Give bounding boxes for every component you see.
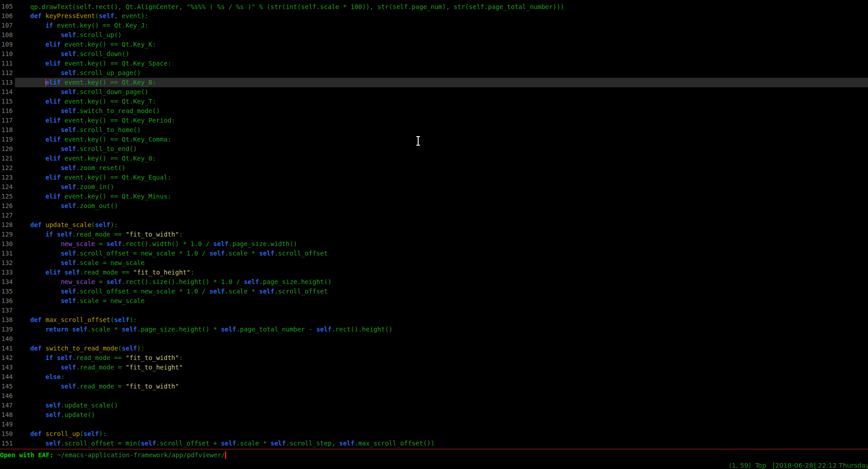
code-line-125[interactable]: 125 elif event.key() == Qt.Key_Minus: <box>0 192 868 201</box>
code-text: elif self.read_mode == "fit_to_height": <box>15 268 868 277</box>
code-token <box>15 259 61 266</box>
code-line-111[interactable]: 111 elif event.key() == Qt.Key_Space: <box>0 59 868 68</box>
code-line-109[interactable]: 109 elif event.key() == Qt.Key_K: <box>0 40 868 49</box>
code-line-131[interactable]: 131 self.scroll_offset = new_scale * 1.0… <box>0 249 868 258</box>
code-token: event.key() == Qt.Key_Space: <box>61 60 171 67</box>
line-number: 126 <box>0 201 15 211</box>
code-token <box>15 164 61 171</box>
code-token: "fit_to_width" <box>125 231 179 238</box>
code-line-137[interactable]: 137 <box>0 306 868 315</box>
code-token: ( <box>110 316 114 323</box>
code-line-149[interactable]: 149 <box>0 420 868 429</box>
code-token: self <box>95 221 110 228</box>
code-line-147[interactable]: 147 self.update_scale() <box>0 401 868 410</box>
line-number: 131 <box>0 249 15 258</box>
code-token <box>15 288 61 295</box>
code-line-141[interactable]: 141 def switch_to_read_mode(self): <box>0 344 868 353</box>
code-text: self.scroll_up() <box>15 30 868 40</box>
code-token: elif <box>45 193 61 200</box>
code-line-143[interactable]: 143 self.read_mode = "fit_to_height" <box>0 363 868 372</box>
code-token: else <box>45 373 61 380</box>
code-token <box>15 174 45 181</box>
code-editor-pane[interactable]: qp.drawText(self.rect(), Qt.AlignCenter,… <box>0 0 868 449</box>
code-text <box>15 420 868 429</box>
code-text: self.switch_to_read_mode() <box>15 106 868 116</box>
line-number: 140 <box>0 334 15 344</box>
code-line-107[interactable]: 107 if event.key() == Qt.Key_J: <box>0 21 868 30</box>
code-token <box>15 60 45 67</box>
code-line-148[interactable]: 148 self.update() <box>0 410 868 420</box>
code-line-115[interactable]: 115 elif event.key() == Qt.Key_T: <box>0 97 868 106</box>
code-line-142[interactable]: 142 if self.read_mode == "fit_to_width": <box>0 353 868 363</box>
code-token: update_scale <box>45 221 91 228</box>
code-line-118[interactable]: 118 self.scroll_to_home() <box>0 125 868 135</box>
code-text: if self.read_mode == "fit_to_width": <box>15 353 868 363</box>
code-line-145[interactable]: 145 self.read_mode = "fit_to_width" <box>0 382 868 391</box>
code-line-110[interactable]: 110 self.scroll_down() <box>0 49 868 59</box>
code-line-135[interactable]: 135 self.scroll_offset = new_scale * 1.0… <box>0 287 868 296</box>
code-line-144[interactable]: 144 else: <box>0 372 868 382</box>
code-line-133[interactable]: 133 elif self.read_mode == "fit_to_heigh… <box>0 268 868 277</box>
code-line-116[interactable]: 116 self.switch_to_read_mode() <box>0 106 868 116</box>
code-line-132[interactable]: 132 self.scale = new_scale <box>0 258 868 268</box>
code-token: event.key() == Qt.Key_Period: <box>61 117 175 124</box>
code-token <box>15 383 61 390</box>
line-number: 121 <box>0 154 15 163</box>
code-line-140[interactable]: 140 <box>0 334 868 344</box>
line-number: 107 <box>0 21 15 30</box>
code-token: new_scale <box>61 278 95 285</box>
code-token: self <box>122 326 137 333</box>
code-text: self.read_mode = "fit_to_width" <box>15 382 868 391</box>
code-line-128[interactable]: 128 def update_scale(self): <box>0 220 868 230</box>
code-token: .max_scroll_offset()) <box>354 440 434 447</box>
code-token: event.key() == Qt.Key_J: <box>53 22 148 29</box>
code-token: .scroll_down() <box>76 50 129 57</box>
code-line-129[interactable]: 129 if self.read_mode == "fit_to_width": <box>0 230 868 239</box>
code-line-113[interactable]: 113 elif event.key() == Qt.Key_B: <box>0 78 868 87</box>
code-line-108[interactable]: 108 self.scroll_up() <box>0 30 868 40</box>
partial-top-code-line: qp.drawText(self.rect(), Qt.AlignCenter,… <box>15 0 564 21</box>
line-number: 141 <box>0 344 15 353</box>
line-number: 115 <box>0 97 15 106</box>
code-line-120[interactable]: 120 self.scroll_to_end() <box>0 144 868 154</box>
code-token: ( <box>118 345 122 352</box>
minibuffer-input[interactable]: ~/emacs-application-framework/app/pdfvie… <box>57 451 225 459</box>
code-line-127[interactable]: 127 <box>0 211 868 220</box>
code-line-123[interactable]: 123 elif event.key() == Qt.Key_Equal: <box>0 173 868 182</box>
code-line-117[interactable]: 117 elif event.key() == Qt.Key_Period: <box>0 116 868 125</box>
minibuffer[interactable]: Open with EAF: ~/emacs-application-frame… <box>0 450 226 460</box>
code-line-151[interactable]: 151 self.scroll_offset = min(self.scroll… <box>0 439 868 448</box>
code-token <box>61 269 64 276</box>
code-line-114[interactable]: 114 self.scroll_down_page() <box>0 87 868 97</box>
line-number: 143 <box>0 363 15 372</box>
code-token: switch_to_read_mode <box>45 345 118 352</box>
code-line-139[interactable]: 139 return self.scale * self.page_size.h… <box>0 325 868 334</box>
code-line-146[interactable]: 146 <box>0 391 868 401</box>
code-token: .page_total_number - <box>236 326 316 333</box>
line-number: 113 <box>0 78 15 87</box>
line-number: 136 <box>0 296 15 306</box>
code-token: .scale = new_scale <box>76 297 145 304</box>
code-token: .scroll_to_home() <box>76 126 141 133</box>
line-number: 128 <box>0 220 15 230</box>
code-token: .switch_to_read_mode() <box>76 107 160 114</box>
code-token: .scroll_offset <box>274 288 328 295</box>
code-line-150[interactable]: 150 def scroll_up(self): <box>0 429 868 439</box>
code-line-134[interactable]: 134 new_scale = self.rect().size().heigh… <box>0 277 868 287</box>
code-line-138[interactable]: 138 def max_scroll_offset(self): <box>0 315 868 325</box>
line-number: 105 <box>0 2 15 11</box>
code-line-136[interactable]: 136 self.scale = new_scale <box>0 296 868 306</box>
code-line-112[interactable]: 112 self.scroll_up_page() <box>0 68 868 78</box>
code-line-130[interactable]: 130 new_scale = self.rect().width() * 1.… <box>0 239 868 249</box>
code-line-119[interactable]: 119 elif event.key() == Qt.Key_Comma: <box>0 135 868 144</box>
code-line-126[interactable]: 126 self.zoom_out() <box>0 201 868 211</box>
line-number: 109 <box>0 40 15 49</box>
code-text: elif event.key() == Qt.Key_Equal: <box>15 173 868 182</box>
code-token <box>15 117 45 124</box>
code-line-121[interactable]: 121 elif event.key() == Qt.Key_0: <box>0 154 868 163</box>
code-token: event.key() == Qt.Key_Comma: <box>61 136 171 143</box>
code-token: .rect().height() <box>332 326 393 333</box>
code-line-122[interactable]: 122 self.zoom_reset() <box>0 163 868 173</box>
code-token: scroll_up <box>45 430 80 437</box>
code-line-124[interactable]: 124 self.zoom_in() <box>0 182 868 192</box>
